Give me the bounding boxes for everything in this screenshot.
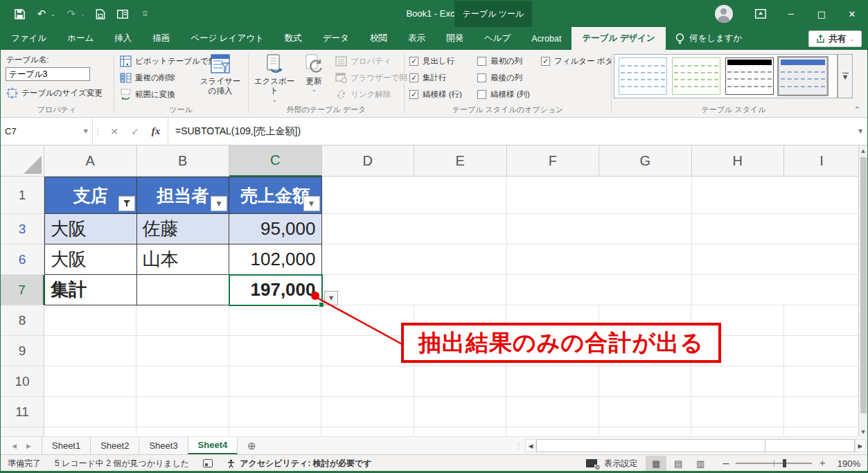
minimize-button[interactable]: ─ xyxy=(776,1,806,27)
empty-cells[interactable] xyxy=(44,427,860,437)
column-header-f[interactable]: F xyxy=(507,145,600,177)
column-header-h[interactable]: H xyxy=(692,145,785,177)
tab-formulas[interactable]: 数式 xyxy=(274,27,312,50)
undo-button[interactable]: ↶ xyxy=(35,8,48,20)
table-header-tantousha[interactable]: 担当者 ▼ xyxy=(137,177,230,214)
vertical-scrollbar[interactable]: ▲ ▼ xyxy=(858,145,867,437)
customize-qat-icon[interactable]: ⍗ xyxy=(139,8,151,20)
display-settings-button[interactable]: 表示設定 xyxy=(579,458,644,470)
filter-dropdown-button[interactable]: ▼ xyxy=(303,196,320,211)
macro-record-button[interactable] xyxy=(196,459,220,467)
horizontal-scrollbar[interactable] xyxy=(536,439,855,452)
redo-dropdown-icon[interactable]: ⌄ xyxy=(80,11,85,17)
column-header-i[interactable]: I xyxy=(784,145,860,177)
form-view-icon[interactable] xyxy=(116,8,129,20)
export-button[interactable]: エクスポート ⌄ xyxy=(252,53,296,104)
enter-formula-icon[interactable]: ✓ xyxy=(126,123,144,141)
tab-review[interactable]: 校閲 xyxy=(360,27,398,50)
tab-insert[interactable]: 挿入 xyxy=(104,27,142,50)
option-last-column[interactable]: 最後の列 xyxy=(477,71,530,85)
new-sheet-button[interactable]: ⊕ xyxy=(238,437,265,454)
option-header-row[interactable]: ✓見出し行 xyxy=(409,54,462,69)
page-break-preview-button[interactable]: ▥ xyxy=(690,456,711,471)
filter-applied-button[interactable] xyxy=(118,196,135,211)
tab-data[interactable]: データ xyxy=(312,27,360,50)
cell-b6[interactable]: 山本 xyxy=(137,244,230,275)
filter-dropdown-button[interactable]: ▼ xyxy=(211,196,227,211)
scrollbar-resize-handle[interactable]: ⋮ xyxy=(513,437,525,454)
horizontal-scrollbar-thumb[interactable] xyxy=(537,440,765,452)
zoom-in-icon[interactable]: ＋ xyxy=(817,457,827,470)
table-header-uriage[interactable]: 売上金額 ▼ xyxy=(229,177,322,214)
scroll-down-icon[interactable]: ▼ xyxy=(859,427,867,437)
undo-dropdown-icon[interactable]: ⌄ xyxy=(51,11,55,17)
column-header-a[interactable]: A xyxy=(44,145,137,177)
page-layout-view-button[interactable]: ▤ xyxy=(668,456,689,471)
sheet-tab-sheet4[interactable]: Sheet4 xyxy=(188,437,238,454)
option-filter-button[interactable]: ✓フィルター ボタン xyxy=(541,54,621,69)
cell-b7[interactable] xyxy=(137,275,230,305)
cell-a3[interactable]: 大阪 xyxy=(44,214,137,244)
row-header-partial[interactable] xyxy=(1,427,44,437)
formula-bar-expand-icon[interactable]: ▼ xyxy=(853,118,867,145)
tab-help[interactable]: ヘルプ xyxy=(474,27,521,50)
zoom-slider-thumb[interactable] xyxy=(783,459,786,467)
cell-a7[interactable]: 集計 xyxy=(44,275,137,305)
name-box-dropdown-icon[interactable]: ▼ xyxy=(84,128,88,134)
row-header-8[interactable]: 8 xyxy=(1,305,44,336)
sheet-tab-sheet3[interactable]: Sheet3 xyxy=(139,437,188,454)
empty-cells[interactable] xyxy=(44,397,860,427)
empty-cells[interactable] xyxy=(322,214,860,244)
tab-home[interactable]: ホーム xyxy=(57,27,104,50)
sheet-tab-sheet2[interactable]: Sheet2 xyxy=(90,437,139,454)
formula-input[interactable]: =SUBTOTAL(109,[売上金額]) xyxy=(168,118,853,145)
tab-view[interactable]: 表示 xyxy=(398,27,436,50)
hscroll-left-icon[interactable]: ◀ xyxy=(525,439,536,452)
empty-cells[interactable] xyxy=(322,177,860,214)
close-button[interactable]: ✕ xyxy=(837,1,867,27)
cell-c6[interactable]: 102,000 xyxy=(229,244,322,275)
table-style-thumbnail-light-blue[interactable] xyxy=(619,57,667,95)
row-header-7[interactable]: 7 xyxy=(1,275,44,305)
redo-button[interactable]: ↷ xyxy=(65,8,78,20)
remove-duplicates-button[interactable]: 重複の削除 xyxy=(118,70,177,85)
tab-table-design[interactable]: テーブル デザイン xyxy=(572,27,666,50)
zoom-out-icon[interactable]: − xyxy=(722,458,730,469)
resize-table-button[interactable]: テーブルのサイズ変更 xyxy=(5,85,104,100)
row-header-9[interactable]: 9 xyxy=(1,336,44,366)
account-avatar[interactable] xyxy=(715,5,733,23)
column-header-g[interactable]: G xyxy=(599,145,692,177)
empty-cells[interactable] xyxy=(322,244,860,275)
ribbon-display-options-icon[interactable] xyxy=(745,1,776,27)
row-header-11[interactable]: 11 xyxy=(1,397,44,427)
row-header-10[interactable]: 10 xyxy=(1,366,44,397)
tell-me-box[interactable]: 何をしますか xyxy=(666,27,752,50)
table-styles-more-button[interactable]: ▼ xyxy=(838,54,853,98)
maximize-button[interactable]: □ xyxy=(806,1,837,27)
empty-cells[interactable] xyxy=(322,275,860,305)
row-header-1[interactable]: 1 xyxy=(1,177,44,214)
tab-acrobat[interactable]: Acrobat xyxy=(521,27,572,50)
zoom-level[interactable]: 190% xyxy=(829,458,860,469)
tab-draw[interactable]: 描画 xyxy=(142,27,180,50)
vertical-scrollbar-thumb[interactable] xyxy=(860,157,867,413)
zoom-slider[interactable] xyxy=(736,463,812,464)
option-banded-columns[interactable]: 縞模様 (列) xyxy=(477,87,530,102)
worksheet-grid[interactable]: A B C D E F G H I 1 支店 担当者 ▼ 売上金額 xyxy=(1,145,860,437)
print-preview-icon[interactable] xyxy=(94,8,107,20)
cell-b3[interactable]: 佐藤 xyxy=(137,214,230,244)
option-banded-rows[interactable]: ✓縞模様 (行) xyxy=(409,87,462,102)
share-button[interactable]: 共有 ⌄ xyxy=(808,30,862,47)
accessibility-status[interactable]: アクセシビリティ: 検討が必要です xyxy=(220,458,378,470)
convert-to-range-button[interactable]: 範囲に変換 xyxy=(118,87,177,102)
table-style-thumbnail-dark[interactable] xyxy=(725,57,774,95)
scroll-up-icon[interactable]: ▲ xyxy=(859,145,867,156)
cell-a6[interactable]: 大阪 xyxy=(44,244,137,275)
hscroll-right-icon[interactable]: ▶ xyxy=(855,439,866,452)
tab-developer[interactable]: 開発 xyxy=(436,27,474,50)
cell-c3[interactable]: 95,000 xyxy=(229,214,322,244)
tab-file[interactable]: ファイル xyxy=(1,27,57,50)
option-first-column[interactable]: 最初の列 xyxy=(477,54,530,69)
cancel-formula-icon[interactable]: ✕ xyxy=(105,123,123,141)
normal-view-button[interactable]: ▦ xyxy=(646,456,666,471)
